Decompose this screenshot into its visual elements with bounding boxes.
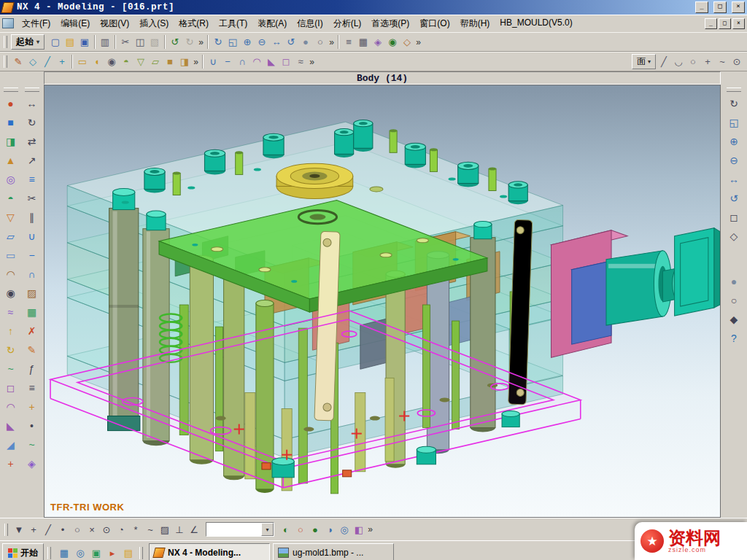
zoom-out-icon[interactable]: ⊖ (255, 35, 269, 50)
menu-information[interactable]: 信息(I) (292, 15, 328, 32)
datum-axis-icon[interactable]: ╱ (40, 55, 55, 69)
zoom-out-icon[interactable]: ⊖ (725, 152, 743, 169)
orient-view-icon[interactable]: ◇ (400, 35, 414, 50)
new-file-icon[interactable]: ▢ (48, 35, 63, 50)
start-button[interactable]: 开始 (2, 543, 44, 560)
unite-icon[interactable]: ∪ (206, 55, 220, 69)
offset-face-icon[interactable]: ≡ (23, 171, 41, 188)
sketch-icon[interactable]: ✎ (11, 55, 26, 69)
magnify-icon[interactable]: ◎ (337, 522, 352, 537)
child-minimize-button[interactable]: _ (705, 18, 717, 29)
display-update-icon[interactable]: ↻ (725, 95, 743, 112)
toolbar-grip[interactable] (4, 55, 7, 68)
point-icon[interactable]: + (700, 55, 715, 69)
toolbar-grip[interactable] (4, 36, 7, 48)
shell-icon[interactable]: ◻ (279, 55, 293, 69)
chamfer-icon[interactable]: ◣ (2, 417, 20, 435)
hide-icon[interactable]: ○ (293, 522, 308, 537)
toolbar-overflow-chevron[interactable]: » (414, 37, 422, 47)
pad-icon[interactable]: ▱ (2, 228, 20, 245)
existing-point-icon[interactable]: * (128, 522, 143, 537)
cone-icon[interactable]: ▲ (2, 152, 20, 169)
suppress-feature-icon[interactable]: ✗ (23, 322, 41, 340)
menu-edit[interactable]: 编辑(E) (55, 15, 95, 32)
section-icon[interactable]: ◧ (352, 522, 366, 537)
mid-point-icon[interactable]: • (55, 522, 70, 537)
taskbar-item-nx[interactable]: NX 4 - Modeling... (149, 543, 270, 560)
circle-icon[interactable]: ○ (686, 55, 700, 69)
point-icon[interactable]: • (23, 417, 41, 435)
taskbar-grip[interactable] (139, 547, 143, 559)
pocket-icon[interactable]: ▽ (133, 55, 148, 69)
shell-icon[interactable]: ◻ (2, 379, 20, 397)
quick-launch-app-icon[interactable]: ▣ (89, 545, 104, 560)
zoom-in-icon[interactable]: ⊕ (725, 133, 743, 150)
boss-icon[interactable]: ◓ (119, 55, 133, 69)
selection-filter-icon[interactable]: ▼ (12, 522, 26, 537)
layer-settings-icon[interactable]: ≡ (23, 379, 41, 397)
menu-assemblies[interactable]: 装配(A) (252, 15, 292, 32)
extrude-icon[interactable]: ↑ (2, 322, 20, 340)
toolbar-overflow-chevron[interactable]: » (328, 37, 336, 47)
close-button[interactable]: × (732, 1, 745, 13)
arc-icon[interactable]: ◡ (671, 55, 686, 69)
toolbar-overflow-chevron[interactable]: » (197, 37, 205, 47)
work-layer-icon[interactable]: ≡ (341, 35, 356, 50)
snap-combo-dropdown[interactable]: ▾ (261, 523, 274, 536)
hole-icon[interactable]: ◉ (2, 284, 20, 302)
block-icon[interactable]: ■ (2, 114, 20, 131)
tube-icon[interactable]: ◎ (2, 171, 20, 188)
quick-launch-folder-icon[interactable]: ▤ (121, 545, 136, 560)
wireframe-view-icon[interactable]: ○ (313, 35, 328, 50)
pocket-icon[interactable]: ▽ (2, 209, 20, 226)
rotate-view-icon[interactable]: ↺ (725, 190, 743, 207)
snap-combo[interactable]: ▾ (206, 522, 274, 537)
menu-insert[interactable]: 插入(S) (134, 15, 174, 32)
sew-icon[interactable]: + (2, 455, 20, 472)
sweep-icon[interactable]: ~ (2, 360, 20, 378)
toolbar-overflow-chevron[interactable]: » (192, 57, 200, 67)
toolbar-overflow-chevron[interactable]: » (308, 57, 316, 67)
show-icon[interactable]: ● (308, 522, 322, 537)
grid-icon[interactable]: ▦ (356, 35, 371, 50)
menu-view[interactable]: 视图(V) (95, 15, 134, 32)
cylinder-icon[interactable]: ◨ (177, 55, 192, 69)
face-rule-dropdown[interactable]: 面 ▾ (632, 54, 656, 69)
shaded-view-icon[interactable]: ● (725, 273, 743, 290)
edge-blend-icon[interactable]: ◠ (249, 55, 264, 69)
class-selection-icon[interactable]: ◈ (23, 455, 41, 472)
translucency-icon[interactable]: ◑ (322, 522, 337, 537)
spline-icon[interactable]: ~ (23, 436, 41, 454)
point-on-face-icon[interactable]: ▨ (158, 522, 172, 537)
instance-icon[interactable]: ▦ (23, 303, 41, 321)
slot-icon[interactable]: ▭ (2, 246, 20, 264)
perspective-view-icon[interactable]: ◆ (725, 311, 743, 328)
rotate-object-icon[interactable]: ↻ (23, 114, 41, 131)
work-part-only-icon[interactable]: ◐ (279, 522, 293, 537)
start-menu-button[interactable]: 起始 ▾ (11, 34, 44, 50)
front-view-icon[interactable]: ◻ (725, 209, 743, 226)
thread-icon[interactable]: ≈ (293, 55, 308, 69)
child-close-button[interactable]: × (732, 18, 745, 29)
shaded-view-icon[interactable]: ● (298, 35, 313, 50)
subtract-icon[interactable]: − (220, 55, 235, 69)
angle-snap-icon[interactable]: ∠ (187, 522, 201, 537)
info-window-icon[interactable]: ◉ (385, 35, 400, 50)
save-icon[interactable]: ▣ (77, 35, 92, 50)
constraint-icon[interactable]: ⊥ (172, 522, 187, 537)
line-icon[interactable]: ╱ (657, 55, 671, 69)
menu-format[interactable]: 格式(R) (174, 15, 214, 32)
fit-view-icon[interactable]: ◱ (725, 114, 743, 131)
minimize-button[interactable]: _ (695, 1, 708, 13)
toolbar-grip[interactable] (25, 88, 39, 92)
toolbar-grip[interactable] (4, 88, 18, 92)
groove-icon[interactable]: ◠ (2, 265, 20, 283)
cylinder-icon[interactable]: ◨ (2, 133, 20, 150)
datum-plane-icon[interactable]: ◇ (26, 55, 40, 69)
zoom-in-icon[interactable]: ⊕ (240, 35, 255, 50)
quick-launch-player-icon[interactable]: ▸ (105, 545, 120, 560)
help-icon[interactable]: ? (725, 330, 743, 347)
object-display-icon[interactable]: ◈ (371, 35, 385, 50)
datum-csys-icon[interactable]: + (55, 55, 69, 69)
menu-file[interactable]: 文件(F) (17, 15, 55, 32)
